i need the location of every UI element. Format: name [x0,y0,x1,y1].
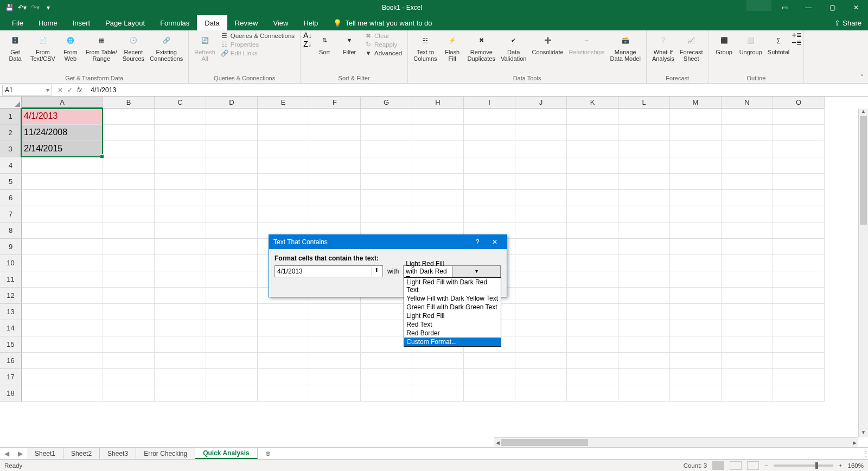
cell-N6[interactable] [722,190,773,206]
customize-qa-icon[interactable]: ▾ [43,3,53,12]
row-header-4[interactable]: 4 [0,157,22,174]
dropdown-option[interactable]: Green Fill with Dark Green Text [404,303,501,311]
account-placeholder[interactable] [746,0,771,11]
cell-C15[interactable] [155,336,206,353]
cell-G17[interactable] [361,369,412,385]
cell-L6[interactable] [618,190,670,206]
cell-L3[interactable] [618,141,670,157]
cell-C6[interactable] [155,190,206,206]
cell-H3[interactable] [412,141,464,157]
data-validation-button[interactable]: ✔Data Validation [499,31,529,63]
cell-D5[interactable] [206,174,258,190]
cell-I5[interactable] [464,174,515,190]
column-header-A[interactable]: A [22,97,103,109]
properties-button[interactable]: ☷Properties [219,40,297,49]
column-header-F[interactable]: F [309,97,361,109]
cell-J5[interactable] [515,174,567,190]
cell-J14[interactable] [515,320,567,336]
cell-M15[interactable] [670,336,722,353]
cell-J6[interactable] [515,190,567,206]
cell-I18[interactable] [464,385,515,402]
cell-E7[interactable] [258,206,309,222]
column-header-E[interactable]: E [258,97,309,109]
tab-page-layout[interactable]: Page Layout [98,15,152,30]
group-button[interactable]: ⬛Group [712,31,736,56]
get-data-button[interactable]: 🗄️Get Data [3,31,27,63]
cell-B7[interactable] [103,206,155,222]
data-model-button[interactable]: 🗃️Manage Data Model [608,31,643,63]
zoom-out-icon[interactable]: − [764,462,768,469]
cell-O13[interactable] [773,304,825,320]
cell-D1[interactable] [206,109,258,125]
cell-J13[interactable] [515,304,567,320]
cell-L16[interactable] [618,353,670,369]
forecast-sheet-button[interactable]: 📈Forecast Sheet [678,31,705,63]
row-header-10[interactable]: 10 [0,255,22,271]
cell-M9[interactable] [670,239,722,255]
share-button[interactable]: ⇪ Share [834,15,861,30]
cell-N8[interactable] [722,222,773,239]
cell-L13[interactable] [618,304,670,320]
cell-N10[interactable] [722,255,773,271]
sheet-tab-resizer[interactable]: ⋮ [863,450,868,457]
queries-connections-button[interactable]: ☰Queries & Connections [219,31,297,40]
existing-connections-button[interactable]: 🔗Existing Connections [148,31,185,63]
cell-N1[interactable] [722,109,773,125]
cell-F4[interactable] [309,157,361,174]
cell-H18[interactable] [412,385,464,402]
cell-B10[interactable] [103,255,155,271]
column-header-O[interactable]: O [773,97,825,109]
column-header-B[interactable]: B [103,97,155,109]
cell-K4[interactable] [567,157,618,174]
cell-K5[interactable] [567,174,618,190]
cell-M8[interactable] [670,222,722,239]
column-header-M[interactable]: M [670,97,722,109]
cell-A9[interactable] [22,239,103,255]
cell-N18[interactable] [722,385,773,402]
cell-J17[interactable] [515,369,567,385]
cell-O12[interactable] [773,288,825,304]
cell-O15[interactable] [773,336,825,353]
name-box[interactable]: A1 ▾ [2,85,52,96]
cell-G2[interactable] [361,125,412,141]
cell-K7[interactable] [567,206,618,222]
zoom-level[interactable]: 160% [848,462,864,469]
cell-J11[interactable] [515,271,567,288]
recent-sources-button[interactable]: 🕓Recent Sources [120,31,146,63]
edit-links-button[interactable]: 🔗Edit Links [219,49,297,58]
cell-H1[interactable] [412,109,464,125]
scroll-left-icon[interactable]: ◀ [494,438,501,447]
vertical-scrollbar[interactable]: ▲ ▼ [858,109,868,437]
cell-I3[interactable] [464,141,515,157]
cell-K6[interactable] [567,190,618,206]
cell-M10[interactable] [670,255,722,271]
cell-H16[interactable] [412,353,464,369]
cell-G6[interactable] [361,190,412,206]
cell-J8[interactable] [515,222,567,239]
cell-A17[interactable] [22,369,103,385]
cell-E14[interactable] [258,320,309,336]
cell-D18[interactable] [206,385,258,402]
cell-G16[interactable] [361,353,412,369]
cell-B9[interactable] [103,239,155,255]
cell-O1[interactable] [773,109,825,125]
cell-E17[interactable] [258,369,309,385]
dropdown-option[interactable]: Custom Format... [404,338,501,346]
undo-icon[interactable]: ↶▾ [17,3,27,12]
column-header-D[interactable]: D [206,97,258,109]
cell-E6[interactable] [258,190,309,206]
cell-A18[interactable] [22,385,103,402]
row-header-16[interactable]: 16 [0,353,22,369]
horizontal-scrollbar[interactable]: ◀ ▶ [494,437,858,447]
row-header-5[interactable]: 5 [0,174,22,190]
row-header-12[interactable]: 12 [0,288,22,304]
row-header-9[interactable]: 9 [0,239,22,255]
cell-C12[interactable] [155,288,206,304]
row-header-13[interactable]: 13 [0,304,22,320]
cell-E13[interactable] [258,304,309,320]
cell-I17[interactable] [464,369,515,385]
cell-K3[interactable] [567,141,618,157]
cell-H2[interactable] [412,125,464,141]
close-icon[interactable]: ✕ [844,0,868,15]
cell-K14[interactable] [567,320,618,336]
